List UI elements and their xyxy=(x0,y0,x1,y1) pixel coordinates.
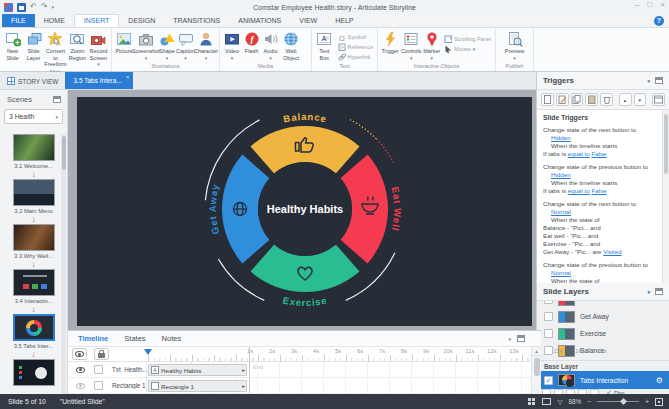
help-icon[interactable]: ? xyxy=(654,16,664,26)
toggle-all-visibility-button[interactable] xyxy=(72,348,87,360)
hyperlink-button[interactable]: Hyperlink xyxy=(338,53,373,61)
trigger-state-link[interactable]: Normal xyxy=(551,269,571,276)
tab-slide-3-5[interactable]: 3.5 Tabs Intera... × xyxy=(65,72,133,89)
story-view-toggle-icon[interactable] xyxy=(528,398,536,406)
symbol-button[interactable]: Ω Symbol xyxy=(338,33,373,41)
layer-row-get-away[interactable]: Get Away xyxy=(537,308,669,325)
edit-trigger-button[interactable] xyxy=(556,93,569,106)
timeline-ruler[interactable]: 1s 2s 3s 4s 5s 6s 7s 8s 9s 10s 11s 12s 1… xyxy=(68,347,531,362)
zoom-out-button[interactable]: − xyxy=(587,398,591,405)
tab-file[interactable]: FILE xyxy=(2,14,35,27)
slide-thumbnail-3-4[interactable] xyxy=(13,269,55,296)
paste-trigger-button[interactable] xyxy=(585,93,598,106)
trigger-value-link[interactable]: False xyxy=(592,150,607,157)
triggers-scrollbar[interactable] xyxy=(662,110,669,283)
layer-checkbox-checked[interactable]: ✓ xyxy=(544,376,553,385)
preview-button[interactable]: Preview▾ xyxy=(501,29,529,61)
layer-checkbox[interactable] xyxy=(544,312,553,321)
row-checkbox[interactable] xyxy=(94,381,103,390)
caption-button[interactable]: Caption▾ xyxy=(176,29,195,61)
move-trigger-up-button[interactable]: ▴ xyxy=(619,93,632,106)
timeline-bar-healthy-habits[interactable]: A Healthy Habits ▸ xyxy=(148,364,247,376)
mouse-button[interactable]: Mouse ▾ xyxy=(444,45,491,53)
tab-close-icon[interactable]: × xyxy=(126,74,130,80)
copy-trigger-button[interactable] xyxy=(571,93,584,106)
slide-layer-button[interactable]: Slide Layer xyxy=(23,29,44,61)
layer-row-partial[interactable] xyxy=(537,301,669,308)
shape-button[interactable]: Shape▾ xyxy=(158,29,176,61)
scenes-scrollbar[interactable] xyxy=(61,134,66,394)
trigger-item[interactable]: Change state of the previous button to H… xyxy=(543,163,661,195)
tab-notes[interactable]: Notes xyxy=(162,334,182,343)
timeline-menu-caret-icon[interactable]: ▾ xyxy=(508,337,511,341)
record-screen-button[interactable]: Record Screen ▾ xyxy=(88,29,109,68)
audio-button[interactable]: Audio▾ xyxy=(261,29,280,61)
slide-thumbnail-3-5-selected[interactable] xyxy=(13,314,55,341)
trigger-condition-link[interactable]: equal to xyxy=(568,187,590,194)
trigger-visited-link[interactable]: Visited xyxy=(603,248,621,255)
trigger-button[interactable]: Trigger xyxy=(380,29,400,55)
layers-dock-icon[interactable] xyxy=(655,288,663,295)
redo-icon[interactable]: ↷ xyxy=(41,3,48,11)
timeline-row-rectangle[interactable]: Rectangle 1 Rectangle 1 ▸ xyxy=(68,378,531,394)
reference-button[interactable]: Reference xyxy=(338,43,373,51)
scene-dropdown[interactable]: 3 Health ▾ xyxy=(4,109,63,124)
scrolling-panel-button[interactable]: Scrolling Panel xyxy=(444,35,491,43)
zoom-in-button[interactable]: + xyxy=(645,398,649,405)
trigger-item[interactable]: Change state of the next button to Hidde… xyxy=(543,126,661,158)
layer-row-exercise[interactable]: Exercise xyxy=(537,325,669,342)
zoom-region-button[interactable]: Zoom Region xyxy=(67,29,88,61)
gear-icon[interactable]: ⚙ xyxy=(656,376,663,385)
trigger-state-link[interactable]: Normal xyxy=(551,208,571,215)
tab-design[interactable]: DESIGN xyxy=(119,14,164,27)
slide-thumbnail-3-1[interactable] xyxy=(13,134,55,161)
timeline-bar-rectangle[interactable]: Rectangle 1 ▸ xyxy=(148,380,247,392)
collapse-panel-icon[interactable] xyxy=(53,96,61,103)
tab-states[interactable]: States xyxy=(124,334,145,343)
timeline-dock-icon[interactable] xyxy=(517,335,525,342)
trigger-value-link[interactable]: False xyxy=(592,187,607,194)
maximize-button[interactable]: □ xyxy=(647,0,652,9)
slide-stage[interactable]: Balance Eat Well Exercise Get Away xyxy=(77,97,532,326)
row-checkbox[interactable] xyxy=(94,365,103,374)
layer-checkbox[interactable] xyxy=(544,301,553,304)
trigger-item[interactable]: Change state of the previous button to N… xyxy=(543,261,661,283)
eye-icon[interactable] xyxy=(76,383,85,389)
layer-checkbox[interactable] xyxy=(544,329,553,338)
slide-view-toggle-icon[interactable] xyxy=(542,398,551,405)
character-button[interactable]: Character▾ xyxy=(195,29,217,61)
qat-dropdown-icon[interactable]: ▾ xyxy=(51,5,54,10)
new-slide-button[interactable]: New Slide xyxy=(2,29,23,61)
save-icon[interactable] xyxy=(17,3,26,12)
timeline-scrollbar[interactable]: ▴ xyxy=(531,347,541,394)
triggers-dock-icon[interactable] xyxy=(655,77,663,84)
fit-to-window-icon[interactable] xyxy=(655,398,663,406)
layer-row-base-selected[interactable]: ✓ Tabs Interaction ⚙ xyxy=(537,371,669,389)
lock-all-button[interactable] xyxy=(94,348,109,360)
undo-icon[interactable]: ↶ xyxy=(30,3,37,11)
web-object-button[interactable]: Web Object xyxy=(280,29,302,61)
trigger-condition-link[interactable]: equal to xyxy=(568,150,590,157)
tab-home[interactable]: HOME xyxy=(35,14,74,27)
playhead-icon[interactable] xyxy=(144,349,152,355)
picture-button[interactable]: Picture xyxy=(114,29,134,55)
close-button[interactable]: × xyxy=(660,0,665,9)
timeline-row-text[interactable]: Txt_Health... A Healthy Habits ▸ End xyxy=(68,362,531,378)
convert-to-freeform-button[interactable]: Convert to Freeform xyxy=(44,29,67,68)
triggers-menu-caret-icon[interactable]: ▾ xyxy=(647,79,650,83)
new-trigger-button[interactable] xyxy=(541,93,554,106)
tab-transitions[interactable]: TRANSITIONS xyxy=(164,14,229,27)
controls-button[interactable]: Controls▾ xyxy=(400,29,422,61)
delete-trigger-button[interactable] xyxy=(600,93,613,106)
tab-animations[interactable]: ANIMATIONS xyxy=(229,14,290,27)
trigger-item[interactable]: Change state of the next button to Norma… xyxy=(543,200,661,256)
tab-story-view[interactable]: STORY VIEW xyxy=(0,73,65,89)
text-box-button[interactable]: A Text Box xyxy=(314,29,335,61)
trigger-wizard-button[interactable] xyxy=(652,93,665,106)
slide-thumbnail-3-2[interactable] xyxy=(13,179,55,206)
layers-menu-caret-icon[interactable]: ▾ xyxy=(647,290,650,294)
video-button[interactable]: Video▾ xyxy=(222,29,242,61)
zoom-slider[interactable] xyxy=(597,401,639,402)
funnel-icon[interactable]: ▽ xyxy=(557,398,562,406)
eye-icon[interactable] xyxy=(76,367,85,373)
